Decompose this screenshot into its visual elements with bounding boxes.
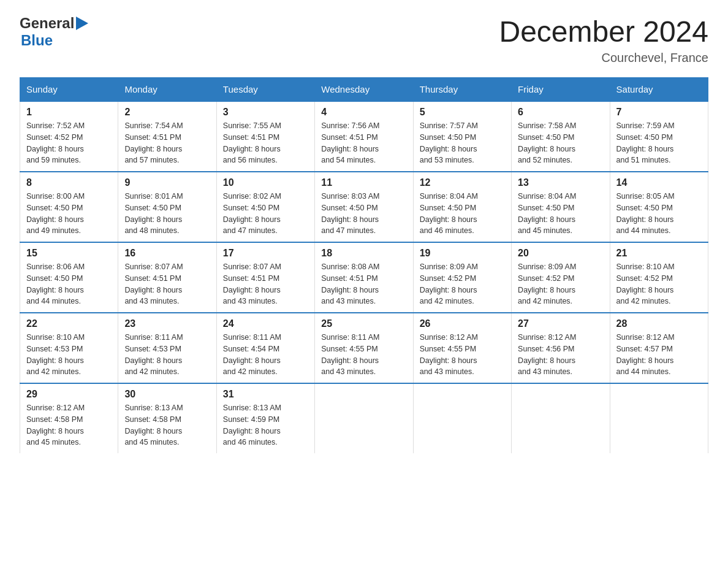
svg-marker-0: [76, 17, 88, 30]
calendar-day-cell: 3Sunrise: 7:55 AMSunset: 4:51 PMDaylight…: [216, 101, 314, 172]
calendar-day-cell: 15Sunrise: 8:06 AMSunset: 4:50 PMDayligh…: [20, 242, 118, 313]
weekday-header-saturday: Saturday: [610, 78, 708, 102]
calendar-day-cell: 28Sunrise: 8:12 AMSunset: 4:57 PMDayligh…: [610, 313, 708, 383]
calendar-day-cell: 6Sunrise: 7:58 AMSunset: 4:50 PMDaylight…: [512, 101, 610, 172]
day-info: Sunrise: 7:56 AMSunset: 4:51 PMDaylight:…: [321, 120, 406, 166]
day-number: 11: [321, 177, 406, 188]
day-number: 14: [616, 177, 702, 188]
calendar-empty-cell: [413, 383, 511, 453]
day-info: Sunrise: 7:57 AMSunset: 4:50 PMDaylight:…: [420, 120, 505, 166]
day-number: 3: [223, 107, 308, 118]
weekday-header-friday: Friday: [512, 78, 610, 102]
day-number: 18: [321, 248, 406, 259]
calendar-day-cell: 16Sunrise: 8:07 AMSunset: 4:51 PMDayligh…: [118, 242, 216, 313]
weekday-header-tuesday: Tuesday: [216, 78, 314, 102]
calendar-day-cell: 25Sunrise: 8:11 AMSunset: 4:55 PMDayligh…: [315, 313, 413, 383]
weekday-header-thursday: Thursday: [413, 78, 511, 102]
day-info: Sunrise: 8:01 AMSunset: 4:50 PMDaylight:…: [124, 191, 210, 237]
day-info: Sunrise: 8:10 AMSunset: 4:52 PMDaylight:…: [616, 261, 702, 307]
day-info: Sunrise: 7:55 AMSunset: 4:51 PMDaylight:…: [223, 120, 308, 166]
calendar-day-cell: 24Sunrise: 8:11 AMSunset: 4:54 PMDayligh…: [216, 313, 314, 383]
day-info: Sunrise: 8:09 AMSunset: 4:52 PMDaylight:…: [518, 261, 603, 307]
weekday-header-sunday: Sunday: [20, 78, 118, 102]
day-number: 9: [124, 177, 210, 188]
calendar-day-cell: 20Sunrise: 8:09 AMSunset: 4:52 PMDayligh…: [512, 242, 610, 313]
calendar-day-cell: 9Sunrise: 8:01 AMSunset: 4:50 PMDaylight…: [118, 172, 216, 242]
day-number: 13: [518, 177, 603, 188]
calendar-day-cell: 14Sunrise: 8:05 AMSunset: 4:50 PMDayligh…: [610, 172, 708, 242]
calendar-week-row: 15Sunrise: 8:06 AMSunset: 4:50 PMDayligh…: [20, 242, 708, 313]
day-info: Sunrise: 8:13 AMSunset: 4:58 PMDaylight:…: [124, 402, 210, 448]
logo-wrapper: General Blue: [20, 15, 88, 49]
day-info: Sunrise: 8:00 AMSunset: 4:50 PMDaylight:…: [26, 191, 112, 237]
header: General Blue December 2024 Courchevel, F…: [20, 15, 708, 65]
logo-general: General: [20, 15, 74, 32]
calendar-empty-cell: [610, 383, 708, 453]
day-number: 1: [26, 107, 112, 118]
day-number: 26: [420, 318, 505, 329]
day-info: Sunrise: 8:09 AMSunset: 4:52 PMDaylight:…: [420, 261, 505, 307]
weekday-header-monday: Monday: [118, 78, 216, 102]
day-info: Sunrise: 8:02 AMSunset: 4:50 PMDaylight:…: [223, 191, 308, 237]
day-number: 12: [420, 177, 505, 188]
day-info: Sunrise: 8:12 AMSunset: 4:57 PMDaylight:…: [616, 332, 702, 378]
day-info: Sunrise: 8:04 AMSunset: 4:50 PMDaylight:…: [420, 191, 505, 237]
day-info: Sunrise: 8:04 AMSunset: 4:50 PMDaylight:…: [518, 191, 603, 237]
calendar-day-cell: 8Sunrise: 8:00 AMSunset: 4:50 PMDaylight…: [20, 172, 118, 242]
calendar-day-cell: 2Sunrise: 7:54 AMSunset: 4:51 PMDaylight…: [118, 101, 216, 172]
month-title: December 2024: [499, 15, 708, 48]
day-number: 22: [26, 318, 112, 329]
day-info: Sunrise: 8:12 AMSunset: 4:55 PMDaylight:…: [420, 332, 505, 378]
day-info: Sunrise: 8:10 AMSunset: 4:53 PMDaylight:…: [26, 332, 112, 378]
day-info: Sunrise: 7:52 AMSunset: 4:52 PMDaylight:…: [26, 120, 112, 166]
calendar-empty-cell: [315, 383, 413, 453]
calendar-day-cell: 27Sunrise: 8:12 AMSunset: 4:56 PMDayligh…: [512, 313, 610, 383]
day-number: 16: [124, 248, 210, 259]
calendar-day-cell: 10Sunrise: 8:02 AMSunset: 4:50 PMDayligh…: [216, 172, 314, 242]
calendar-week-row: 22Sunrise: 8:10 AMSunset: 4:53 PMDayligh…: [20, 313, 708, 383]
title-area: December 2024 Courchevel, France: [499, 15, 708, 65]
day-info: Sunrise: 8:05 AMSunset: 4:50 PMDaylight:…: [616, 191, 702, 237]
day-info: Sunrise: 8:12 AMSunset: 4:58 PMDaylight:…: [26, 402, 112, 448]
day-info: Sunrise: 8:13 AMSunset: 4:59 PMDaylight:…: [223, 402, 308, 448]
day-info: Sunrise: 8:03 AMSunset: 4:50 PMDaylight:…: [321, 191, 406, 237]
calendar-day-cell: 4Sunrise: 7:56 AMSunset: 4:51 PMDaylight…: [315, 101, 413, 172]
day-info: Sunrise: 8:08 AMSunset: 4:51 PMDaylight:…: [321, 261, 406, 307]
calendar-day-cell: 5Sunrise: 7:57 AMSunset: 4:50 PMDaylight…: [413, 101, 511, 172]
day-info: Sunrise: 7:58 AMSunset: 4:50 PMDaylight:…: [518, 120, 603, 166]
day-number: 10: [223, 177, 308, 188]
location-title: Courchevel, France: [499, 51, 708, 65]
day-number: 28: [616, 318, 702, 329]
calendar-day-cell: 22Sunrise: 8:10 AMSunset: 4:53 PMDayligh…: [20, 313, 118, 383]
day-number: 29: [26, 389, 112, 400]
day-info: Sunrise: 8:06 AMSunset: 4:50 PMDaylight:…: [26, 261, 112, 307]
day-number: 30: [124, 389, 210, 400]
day-number: 4: [321, 107, 406, 118]
calendar-day-cell: 7Sunrise: 7:59 AMSunset: 4:50 PMDaylight…: [610, 101, 708, 172]
day-number: 6: [518, 107, 603, 118]
calendar-day-cell: 30Sunrise: 8:13 AMSunset: 4:58 PMDayligh…: [118, 383, 216, 453]
day-number: 19: [420, 248, 505, 259]
day-number: 2: [124, 107, 210, 118]
calendar-day-cell: 13Sunrise: 8:04 AMSunset: 4:50 PMDayligh…: [512, 172, 610, 242]
calendar-day-cell: 26Sunrise: 8:12 AMSunset: 4:55 PMDayligh…: [413, 313, 511, 383]
calendar-day-cell: 23Sunrise: 8:11 AMSunset: 4:53 PMDayligh…: [118, 313, 216, 383]
day-number: 24: [223, 318, 308, 329]
day-info: Sunrise: 8:07 AMSunset: 4:51 PMDaylight:…: [124, 261, 210, 307]
calendar-day-cell: 18Sunrise: 8:08 AMSunset: 4:51 PMDayligh…: [315, 242, 413, 313]
day-number: 20: [518, 248, 603, 259]
calendar-day-cell: 1Sunrise: 7:52 AMSunset: 4:52 PMDaylight…: [20, 101, 118, 172]
logo-line1: General: [20, 15, 88, 32]
logo-blue: Blue: [21, 32, 88, 49]
day-info: Sunrise: 7:59 AMSunset: 4:50 PMDaylight:…: [616, 120, 702, 166]
calendar-table: SundayMondayTuesdayWednesdayThursdayFrid…: [20, 77, 708, 453]
day-number: 8: [26, 177, 112, 188]
calendar-day-cell: 21Sunrise: 8:10 AMSunset: 4:52 PMDayligh…: [610, 242, 708, 313]
day-number: 25: [321, 318, 406, 329]
calendar-day-cell: 29Sunrise: 8:12 AMSunset: 4:58 PMDayligh…: [20, 383, 118, 453]
day-info: Sunrise: 7:54 AMSunset: 4:51 PMDaylight:…: [124, 120, 210, 166]
calendar-day-cell: 19Sunrise: 8:09 AMSunset: 4:52 PMDayligh…: [413, 242, 511, 313]
calendar-day-cell: 12Sunrise: 8:04 AMSunset: 4:50 PMDayligh…: [413, 172, 511, 242]
logo: General Blue: [20, 15, 88, 49]
calendar-week-row: 8Sunrise: 8:00 AMSunset: 4:50 PMDaylight…: [20, 172, 708, 242]
